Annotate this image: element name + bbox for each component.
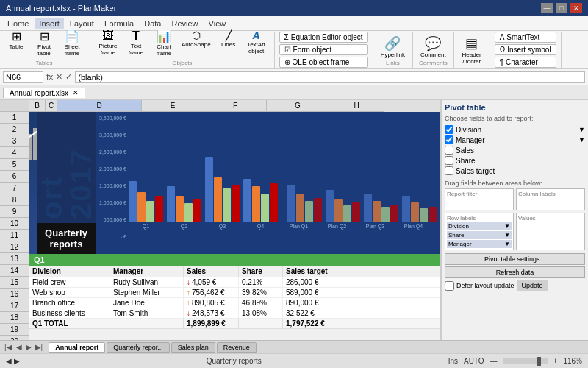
row-6[interactable]: 6 bbox=[0, 171, 29, 183]
smarttext-button[interactable]: A SmartText bbox=[495, 32, 556, 43]
menu-view[interactable]: View bbox=[204, 18, 231, 29]
maximize-button[interactable]: □ bbox=[556, 3, 567, 13]
form-label: Form object bbox=[293, 46, 332, 54]
row-15[interactable]: 15 bbox=[0, 277, 29, 289]
nav-first-arrow[interactable]: |◀ bbox=[3, 343, 14, 351]
text-frame-button[interactable]: T Textframe bbox=[123, 28, 149, 58]
sheet-tab-quarterly-reports[interactable]: Quarterly repor... bbox=[107, 342, 170, 353]
nav-last-arrow[interactable]: ▶| bbox=[34, 343, 45, 351]
col-header-c[interactable]: C bbox=[46, 100, 57, 112]
row-20[interactable]: 20 bbox=[0, 336, 29, 340]
sheet-frame-button[interactable]: 📄 Sheetframe bbox=[59, 28, 85, 58]
table-button[interactable]: ⊞ Table bbox=[3, 28, 29, 58]
nav-next-arrow[interactable]: ▶ bbox=[24, 343, 33, 351]
pivot-area-row-labels[interactable]: Row labels Division ▼ Share ▼ Manager ▼ bbox=[445, 213, 514, 250]
menu-layout[interactable]: Layout bbox=[65, 18, 98, 29]
sheet-tab-annual-report[interactable]: Annual report bbox=[49, 342, 105, 353]
pivot-checkbox-target[interactable] bbox=[445, 166, 453, 175]
row-18[interactable]: 18 bbox=[0, 312, 29, 324]
row-8[interactable]: 8 bbox=[0, 194, 29, 206]
insert-symbol-button[interactable]: Ω Insert symbol bbox=[495, 44, 556, 55]
comment-button[interactable]: 💬 Comment bbox=[417, 34, 449, 60]
formula-input[interactable] bbox=[75, 71, 585, 83]
row-17[interactable]: 17 bbox=[0, 300, 29, 312]
menu-home[interactable]: Home bbox=[3, 18, 33, 29]
menu-insert[interactable]: Insert bbox=[35, 18, 64, 29]
pivot-table-button[interactable]: ⊟ Pivottable bbox=[31, 28, 57, 58]
zoom-slider-handle[interactable] bbox=[537, 357, 541, 366]
picture-frame-button[interactable]: 🖼 Pictureframe bbox=[95, 28, 121, 58]
col-header-d[interactable]: D bbox=[57, 100, 142, 112]
textart-icon: A bbox=[253, 29, 260, 41]
row-1[interactable]: 1 bbox=[0, 112, 29, 124]
pivot-area-values[interactable]: Values bbox=[516, 213, 585, 250]
ole-frame-button[interactable]: ⊕ OLE object frame bbox=[279, 57, 368, 68]
sheet-tab-revenue[interactable]: Revenue bbox=[217, 342, 257, 353]
col-header-f[interactable]: F bbox=[204, 100, 267, 112]
pivot-settings-button[interactable]: Pivot table settings... bbox=[445, 253, 585, 265]
document-tab[interactable]: Annual report.xlsx ✕ bbox=[3, 88, 85, 98]
refresh-data-button[interactable]: Refresh data bbox=[445, 266, 585, 278]
menu-formula[interactable]: Formula bbox=[100, 18, 138, 29]
sheet-tab-sales-plan[interactable]: Sales plan bbox=[171, 342, 215, 353]
row-2[interactable]: 2 bbox=[0, 124, 29, 135]
pivot-area-column-labels[interactable]: Column labels bbox=[516, 188, 585, 210]
chart-frame-button[interactable]: 📊 Chartframe bbox=[151, 28, 177, 58]
comments-section-label: Comments bbox=[419, 60, 448, 66]
character-button[interactable]: ¶ Character bbox=[495, 57, 556, 68]
status-zoom-out[interactable]: — bbox=[490, 357, 498, 365]
row-10[interactable]: 10 bbox=[0, 218, 29, 230]
status-zoom-in[interactable]: + bbox=[553, 357, 558, 365]
menu-data[interactable]: Data bbox=[140, 18, 165, 29]
row-3[interactable]: 3 bbox=[0, 135, 29, 147]
col-header-g[interactable]: G bbox=[267, 100, 329, 112]
col-header-h[interactable]: H bbox=[329, 100, 384, 112]
row-9[interactable]: 9 bbox=[0, 206, 29, 218]
close-button[interactable]: ✕ bbox=[570, 3, 582, 13]
pivot-checkbox-sales[interactable] bbox=[445, 146, 453, 155]
pivot-field-manager-arrow[interactable]: ▼ bbox=[578, 136, 585, 144]
minimize-button[interactable]: — bbox=[541, 3, 553, 13]
pivot-field-division-arrow[interactable]: ▼ bbox=[578, 126, 585, 133]
header-footer-button[interactable]: ▤ Header/ footer bbox=[459, 34, 485, 66]
row-7[interactable]: 7 bbox=[0, 183, 29, 194]
row-11[interactable]: 11 bbox=[0, 230, 29, 241]
col-header-e[interactable]: E bbox=[142, 100, 204, 112]
defer-update-checkbox[interactable] bbox=[445, 281, 454, 291]
col-header-b[interactable]: B bbox=[29, 100, 46, 112]
bar-q3-plan bbox=[232, 185, 240, 222]
header-footer-label: Header/ footer bbox=[462, 52, 481, 65]
pivot-row-share-arrow[interactable]: ▼ bbox=[504, 232, 510, 238]
pivot-area-report-filter[interactable]: Report filter bbox=[445, 188, 514, 210]
pivot-checkbox-share[interactable] bbox=[445, 156, 453, 165]
textart-button[interactable]: A TextArtobject bbox=[243, 28, 270, 58]
menu-review[interactable]: Review bbox=[167, 18, 202, 29]
chart-area[interactable]: ort 2017 Quarterly reports 3,500,000 € 3… bbox=[29, 112, 440, 254]
hyperlink-button[interactable]: 🔗 Hyperlink bbox=[378, 34, 408, 60]
cell-reference-input[interactable] bbox=[3, 71, 43, 83]
comments-section: 💬 Comment Comments bbox=[417, 32, 454, 68]
row-12[interactable]: 12 bbox=[0, 241, 29, 253]
pivot-row-manager-arrow[interactable]: ▼ bbox=[504, 241, 510, 247]
lines-button[interactable]: ╱ Lines bbox=[215, 28, 242, 58]
confirm-formula-button[interactable]: ✓ bbox=[65, 72, 72, 82]
pivot-checkbox-manager[interactable] bbox=[445, 135, 453, 144]
autoshape-button[interactable]: ⬡ AutoShape bbox=[179, 28, 214, 58]
row-19[interactable]: 19 bbox=[0, 324, 29, 336]
row-14[interactable]: 14 bbox=[0, 265, 29, 277]
status-right: Ins AUTO — + 116% bbox=[448, 357, 582, 365]
cancel-formula-button[interactable]: ✕ bbox=[56, 72, 62, 82]
document-close-icon[interactable]: ✕ bbox=[73, 89, 79, 96]
pivot-row-division-arrow[interactable]: ▼ bbox=[504, 223, 510, 230]
update-button[interactable]: Update bbox=[517, 280, 548, 291]
row-4[interactable]: 4 bbox=[0, 147, 29, 159]
title-bar-title: Annual report.xlsx - PlanMaker bbox=[6, 4, 116, 13]
cell-share-4: 13.08% bbox=[239, 308, 283, 318]
row-16[interactable]: 16 bbox=[0, 289, 29, 300]
equation-editor-button[interactable]: Σ Equation Editor object bbox=[279, 32, 368, 43]
row-5[interactable]: 5 bbox=[0, 159, 29, 171]
form-object-button[interactable]: ☑ Form object bbox=[279, 44, 368, 55]
row-13[interactable]: 13 bbox=[0, 253, 29, 265]
nav-prev-arrow[interactable]: ◀ bbox=[15, 343, 24, 351]
pivot-checkbox-division[interactable] bbox=[445, 125, 453, 134]
